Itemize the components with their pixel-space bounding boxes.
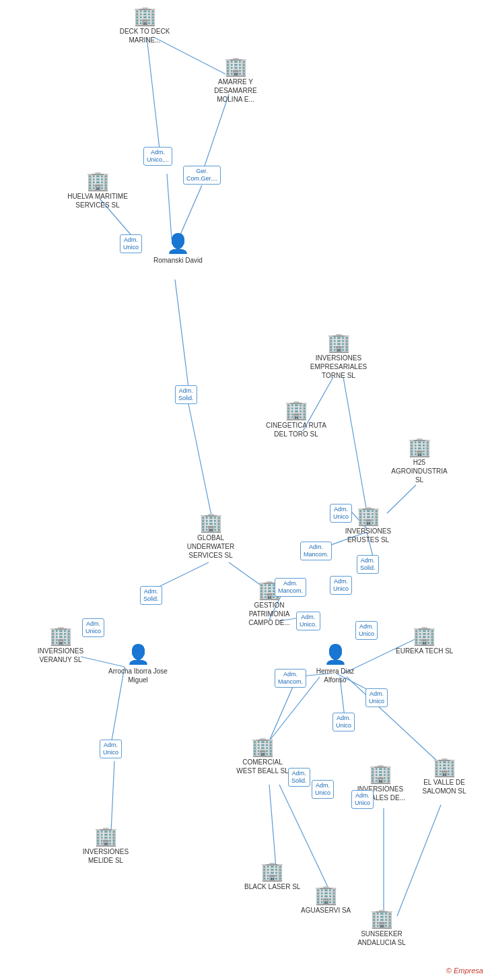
node-aguaservi: 🏢 AGUASERVI SA xyxy=(301,886,351,915)
svg-line-8 xyxy=(343,377,367,512)
building-icon: 🏢 xyxy=(433,758,456,777)
node-global-underwater: 🏢 GLOBAL UNDERWATER SERVICES SL xyxy=(180,513,241,560)
building-icon: 🏢 xyxy=(94,827,118,846)
node-arrocha: 👤 Arrocha Iborra Jose Miguel xyxy=(108,643,168,684)
badge-adm-unico-8[interactable]: Adm.Unico xyxy=(332,713,355,731)
badge-adm-unico-5[interactable]: Adm.Unico xyxy=(82,618,104,637)
node-label: GESTION PATRIMONIA CAMPO DE... xyxy=(239,601,300,627)
person-icon: 👤 xyxy=(127,643,150,665)
svg-line-7 xyxy=(188,404,212,519)
node-label: EUREKA TECH SL xyxy=(396,647,453,655)
node-label: Romanski David xyxy=(153,256,203,265)
building-icon: 🏢 xyxy=(327,333,351,352)
node-label: AMARRE Y DESAMARRE MOLINA E... xyxy=(205,77,266,104)
badge-adm-mancom-1[interactable]: Adm.Mancom. xyxy=(300,542,332,560)
person-icon: 👤 xyxy=(324,643,347,665)
node-label: CINEGETICA RUTA DEL TORO SL xyxy=(266,421,326,438)
building-icon: 🏢 xyxy=(369,764,392,783)
badge-adm-unico-6[interactable]: Adm.Unico. xyxy=(296,612,320,630)
node-amarre: 🏢 AMARRE Y DESAMARRE MOLINA E... xyxy=(205,57,266,104)
badge-adm-solid-1[interactable]: Adm.Solid. xyxy=(175,385,197,404)
building-icon: 🏢 xyxy=(408,438,431,457)
node-deck-to-deck: 🏢 DECK TO DECK MARINE... xyxy=(114,7,175,44)
svg-line-0 xyxy=(147,37,160,155)
badge-adm-solid-2[interactable]: Adm.Solid. xyxy=(357,555,379,574)
node-inversiones-empresariales: 🏢 INVERSIONES EMPRESARIALES TORNE SL xyxy=(308,333,369,380)
building-icon: 🏢 xyxy=(285,401,308,420)
badge-ger-com[interactable]: Ger.Com.Ger.... xyxy=(183,166,221,185)
node-comercial-west: 🏢 COMERCIAL WEST BEALL SL xyxy=(232,738,293,775)
svg-line-25 xyxy=(269,785,276,868)
building-icon-orange: 🏢 xyxy=(199,513,223,532)
node-label: COMERCIAL WEST BEALL SL xyxy=(232,758,293,775)
node-herrera-diaz: 👤 Herrera Diaz Alfonso xyxy=(305,643,365,684)
node-label: DECK TO DECK MARINE... xyxy=(114,27,175,44)
node-eureka-tech: 🏢 EUREKA TECH SL xyxy=(396,626,453,655)
node-label: EL VALLE DE SALOMON SL xyxy=(414,778,475,795)
badge-adm-mancom-2[interactable]: Adm.Mancom. xyxy=(275,578,306,597)
building-icon: 🏢 xyxy=(260,862,284,881)
badge-adm-unico-7[interactable]: Adm.Unico xyxy=(365,688,388,707)
node-label: Arrocha Iborra Jose Miguel xyxy=(108,667,168,684)
badge-adm-unico-12[interactable]: Adm.Unico xyxy=(100,740,122,758)
node-sunseeker: 🏢 SUNSEEKER ANDALUCIA SL xyxy=(351,909,412,947)
svg-line-30 xyxy=(397,805,441,916)
node-label: INVERSIONES MELIDE SL xyxy=(75,847,136,865)
svg-line-15 xyxy=(153,562,209,589)
svg-line-6 xyxy=(175,280,188,387)
building-icon: 🏢 xyxy=(314,886,338,905)
svg-line-3 xyxy=(167,174,172,239)
svg-line-2 xyxy=(202,94,229,174)
building-icon: 🏢 xyxy=(133,7,157,26)
badge-adm-unico-1[interactable]: Adm.Unico,... xyxy=(143,147,172,166)
node-black-laser: 🏢 BLACK LASER SL xyxy=(244,862,300,891)
building-icon: 🏢 xyxy=(224,57,248,76)
node-inversiones-melide: 🏢 INVERSIONES MELIDE SL xyxy=(75,827,136,865)
node-label: H25 AGROINDUSTRIA SL xyxy=(389,458,450,484)
node-label: BLACK LASER SL xyxy=(244,882,300,891)
node-label: AGUASERVI SA xyxy=(301,906,351,915)
node-huelva: 🏢 HUELVA MARITIME SERVICES SL xyxy=(67,172,128,209)
node-label: HUELVA MARITIME SERVICES SL xyxy=(67,192,128,209)
node-cinegetica: 🏢 CINEGETICA RUTA DEL TORO SL xyxy=(266,401,326,438)
badge-adm-unico-10[interactable]: Adm.Unico xyxy=(351,790,374,809)
node-el-valle: 🏢 EL VALLE DE SALOMON SL xyxy=(414,758,475,795)
badge-adm-unico-2[interactable]: Adm.Unico xyxy=(120,234,142,253)
node-label: INVERSIONES ERUSTES SL xyxy=(338,527,398,544)
svg-line-24 xyxy=(347,677,441,764)
node-h25: 🏢 H25 AGROINDUSTRIA SL xyxy=(389,438,450,484)
building-icon: 🏢 xyxy=(357,507,380,525)
node-romanski: 👤 Romanski David xyxy=(153,232,203,265)
node-label: INVERSIONES EMPRESARIALES TORNE SL xyxy=(308,354,369,380)
person-icon: 👤 xyxy=(166,232,190,255)
badge-adm-solid-3[interactable]: Adm.Solid. xyxy=(140,586,162,605)
building-icon: 🏢 xyxy=(370,909,394,928)
badge-adm-unico-4[interactable]: Adm.Unico xyxy=(330,576,352,595)
node-label: SUNSEEKER ANDALUCIA SL xyxy=(351,929,412,947)
node-label: Herrera Diaz Alfonso xyxy=(305,667,365,684)
badge-adm-unico-9[interactable]: Adm.Unico xyxy=(312,780,334,799)
badge-adm-unico-11[interactable]: Adm.Unico xyxy=(355,621,378,640)
badge-adm-unico-3[interactable]: Adm.Unico xyxy=(330,504,352,523)
watermark: © Empresa xyxy=(446,967,483,975)
building-icon: 🏢 xyxy=(251,738,275,756)
building-icon: 🏢 xyxy=(413,626,436,645)
node-label: INVERSIONES VERANUY SL xyxy=(30,647,91,664)
badge-adm-solid-4[interactable]: Adm.Solid. xyxy=(288,768,310,787)
building-icon: 🏢 xyxy=(49,626,73,645)
svg-line-31 xyxy=(269,687,293,741)
svg-line-28 xyxy=(111,761,114,832)
building-icon: 🏢 xyxy=(86,172,110,191)
svg-line-4 xyxy=(178,185,202,239)
badge-adm-mancom-3[interactable]: Adm.Mancom. xyxy=(275,669,306,688)
node-label: GLOBAL UNDERWATER SERVICES SL xyxy=(180,533,241,560)
